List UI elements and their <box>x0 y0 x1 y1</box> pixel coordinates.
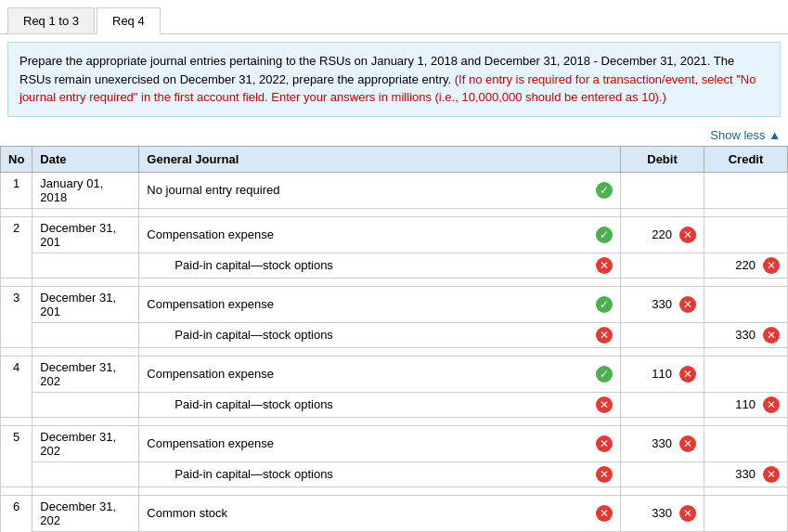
table-header-row: No Date General Journal Debit Credit <box>1 146 788 172</box>
debit-value: 330 <box>652 506 672 520</box>
x-icon: ✕ <box>679 227 696 243</box>
row-date: January 01, 2018 <box>32 172 139 208</box>
x-icon: ✕ <box>679 296 696 313</box>
row-journal: Paid-in capital—stock options ✕ <box>139 392 621 417</box>
check-icon: ✓ <box>596 366 613 383</box>
row-journal: No journal entry required ✓ <box>139 172 621 208</box>
row-debit: 110 ✕ <box>621 356 704 392</box>
row-date: December 31, 201 <box>32 216 139 253</box>
journal-text: Paid-in capital—stock options <box>147 397 333 411</box>
row-journal: Paid-in capital—stock options ✕ <box>139 322 621 347</box>
row-no: 1 <box>1 172 32 208</box>
row-journal: Common stock ✕ <box>139 495 621 531</box>
header-date: Date <box>32 146 139 172</box>
spacer-row <box>1 417 788 425</box>
row-journal: Paid-in capital—stock options ✕ <box>139 253 621 278</box>
check-icon: ✓ <box>596 296 613 313</box>
row-journal: Paid-in capital—stock options ✕ <box>139 461 621 487</box>
row-date: December 31, 202 <box>32 495 139 531</box>
table-row: Paid-in capital—stock options ✕ 330 ✕ <box>1 322 788 347</box>
x-icon: ✕ <box>596 327 613 344</box>
debit-value: 220 <box>652 227 672 241</box>
row-no: 4 <box>1 356 32 417</box>
row-no: 6 <box>1 495 32 532</box>
tab-req4[interactable]: Req 4 <box>97 7 161 34</box>
tab-bar: Req 1 to 3 Req 4 <box>0 0 788 34</box>
row-credit <box>704 356 788 392</box>
row-credit <box>704 172 788 208</box>
row-date: December 31, 202 <box>32 425 139 461</box>
row-debit: 330 ✕ <box>621 495 704 531</box>
x-icon: ✕ <box>679 366 696 383</box>
journal-text: Common stock <box>147 506 227 520</box>
check-icon: ✓ <box>596 182 613 199</box>
x-icon: ✕ <box>596 396 613 413</box>
table-row: 6 December 31, 202 Common stock ✕ 330 ✕ <box>1 495 788 531</box>
debit-value: 110 <box>652 367 672 381</box>
row-journal: Compensation expense ✓ <box>139 216 621 253</box>
journal-text: Compensation expense <box>147 297 274 311</box>
table-row: 4 December 31, 202 Compensation expense … <box>1 356 788 392</box>
journal-text: Compensation expense <box>147 436 274 450</box>
row-credit <box>704 495 788 531</box>
row-journal: Compensation expense ✓ <box>139 286 621 322</box>
table-row: Paid-in capital—stock options ✕ 330 ✕ <box>1 461 788 487</box>
table-row: 5 December 31, 202 Compensation expense … <box>1 425 788 461</box>
x-icon: ✕ <box>763 327 780 344</box>
credit-value: 220 <box>735 258 756 272</box>
table-row: Paid-in capital—stock options ✕ 220 ✕ <box>1 253 788 278</box>
row-debit: 220 ✕ <box>621 216 704 253</box>
table-row: Paid-in capital—stock options ✕ 110 ✕ <box>1 392 788 417</box>
row-credit <box>704 425 788 461</box>
journal-text: Paid-in capital—stock options <box>147 328 333 342</box>
credit-value: 330 <box>735 328 756 342</box>
x-icon: ✕ <box>679 505 696 522</box>
x-icon: ✕ <box>596 435 613 452</box>
journal-table: No Date General Journal Debit Credit 1 J… <box>0 146 788 533</box>
x-icon: ✕ <box>596 257 613 274</box>
tabs-container: Req 1 to 3 Req 4 <box>0 0 788 34</box>
row-debit <box>621 322 704 347</box>
x-icon: ✕ <box>596 505 613 522</box>
row-credit: 110 ✕ <box>704 392 788 417</box>
row-credit <box>704 216 788 253</box>
row-credit <box>704 286 788 322</box>
x-icon: ✕ <box>763 396 780 413</box>
debit-value: 330 <box>652 297 672 311</box>
spacer-row <box>1 487 788 495</box>
x-icon: ✕ <box>763 466 780 483</box>
tab-req1to3[interactable]: Req 1 to 3 <box>7 7 95 33</box>
table-row: 1 January 01, 2018 No journal entry requ… <box>1 172 788 208</box>
row-date: December 31, 202 <box>32 356 139 392</box>
row-debit: 330 ✕ <box>621 286 704 322</box>
journal-text: Paid-in capital—stock options <box>147 467 333 481</box>
header-no: No <box>1 146 32 172</box>
row-credit: 220 ✕ <box>704 253 788 278</box>
check-icon: ✓ <box>596 227 613 243</box>
journal-text: No journal entry required <box>147 183 279 197</box>
row-debit <box>621 392 704 417</box>
table-row: 3 December 31, 201 Compensation expense … <box>1 286 788 322</box>
credit-value: 110 <box>735 397 756 411</box>
row-debit: 330 ✕ <box>621 425 704 461</box>
row-date <box>32 461 139 487</box>
row-credit: 330 ✕ <box>704 461 788 487</box>
header-credit: Credit <box>704 146 788 172</box>
row-debit <box>621 172 704 208</box>
row-date <box>32 322 139 347</box>
row-no: 3 <box>1 286 32 347</box>
journal-text: Paid-in capital—stock options <box>147 258 333 272</box>
row-date: December 31, 201 <box>32 286 139 322</box>
header-general-journal: General Journal <box>139 146 621 172</box>
spacer-row <box>1 347 788 356</box>
header-debit: Debit <box>621 146 704 172</box>
row-no: 5 <box>1 425 32 487</box>
instructions-box: Prepare the appropriate journal entries … <box>7 42 781 117</box>
row-no: 2 <box>1 216 32 278</box>
show-less-button[interactable]: Show less <box>0 124 788 146</box>
row-debit <box>621 461 704 487</box>
debit-value: 330 <box>652 436 672 450</box>
row-debit <box>621 253 704 278</box>
row-journal: Compensation expense ✓ <box>139 356 621 392</box>
spacer-row <box>1 208 788 216</box>
